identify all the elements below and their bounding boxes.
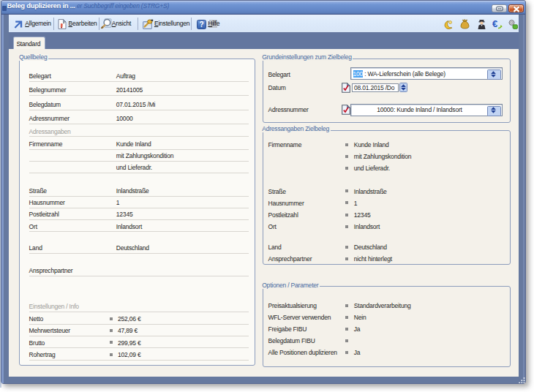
svg-text:?: ? [199, 20, 203, 29]
svg-text:€: € [492, 19, 497, 29]
